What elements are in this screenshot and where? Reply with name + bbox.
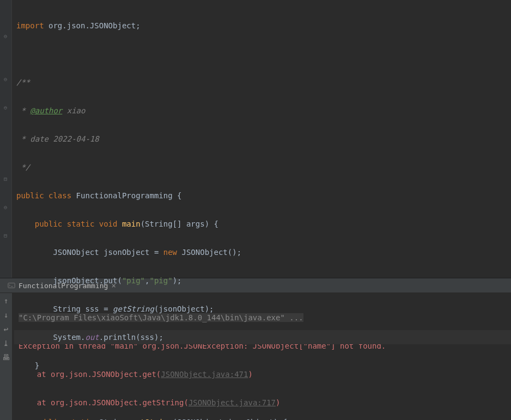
method-main: main <box>122 220 141 228</box>
javadoc-close: */ <box>16 163 30 172</box>
fold-icon[interactable]: ⊖ <box>2 204 9 210</box>
fold-close-icon[interactable]: ⊟ <box>2 232 9 239</box>
console-tool-gutter: ↑ ↓ ↩ ⤓ 🖶 <box>0 293 12 420</box>
code-text-area[interactable]: import org.json.JSONObject; /** * @autho… <box>12 0 511 278</box>
class-name: FunctionalProgramming <box>76 191 173 200</box>
import-target: org.json.JSONObject <box>48 21 136 30</box>
author-tag: @author <box>30 106 62 115</box>
scroll-icon[interactable]: ⤓ <box>2 339 10 348</box>
javadoc-open: /** <box>16 78 30 87</box>
down-icon[interactable]: ↓ <box>2 311 10 319</box>
fold-icon[interactable]: ⊖ <box>2 33 9 39</box>
up-icon[interactable]: ↑ <box>2 296 10 305</box>
wrap-icon[interactable]: ↩ <box>2 325 10 333</box>
code-editor[interactable]: ⊖ ⊖ ⊖ ⊟ ⊖ ⊟ import org.json.JSONObject; … <box>0 0 511 278</box>
fold-icon[interactable]: ⊖ <box>2 76 9 82</box>
editor-gutter: ⊖ ⊖ ⊖ ⊟ ⊖ ⊟ <box>0 0 12 278</box>
fold-icon[interactable]: ⊖ <box>2 104 9 111</box>
kw-import: import <box>16 21 44 30</box>
method-getstring: getString <box>131 418 173 420</box>
fold-close-icon[interactable]: ⊟ <box>2 175 9 182</box>
date-line: * date 2022-04-18 <box>16 135 99 143</box>
type: JSONObject <box>53 248 99 257</box>
close-brace: } <box>35 361 39 370</box>
print-icon[interactable]: 🖶 <box>2 353 10 362</box>
